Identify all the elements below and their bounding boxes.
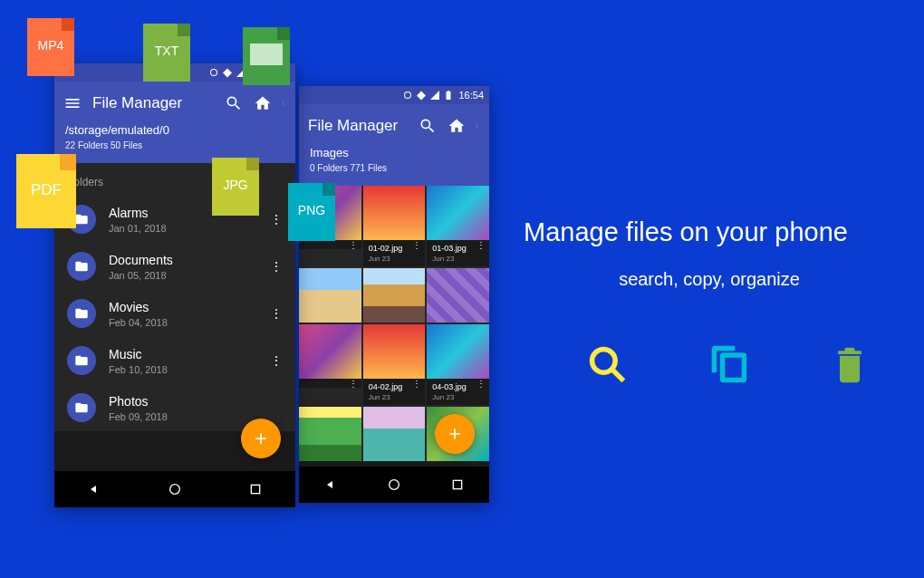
search-icon[interactable] — [419, 117, 437, 135]
folder-list: Folders AlarmsJan 01, 2018 ⋮ DocumentsJa… — [54, 163, 295, 431]
recents-button[interactable] — [248, 482, 263, 496]
svg-point-10 — [170, 485, 180, 495]
folder-name: Photos — [109, 394, 283, 409]
svg-point-0 — [592, 350, 616, 373]
back-button[interactable] — [87, 482, 101, 496]
search-icon — [587, 344, 627, 384]
svg-point-4 — [476, 127, 477, 128]
file-badge-pdf: PDF — [16, 154, 76, 228]
svg-rect-6 — [453, 480, 461, 488]
file-badge-jpg: JPG — [212, 158, 259, 216]
app-title: File Manager — [308, 117, 408, 135]
more-icon[interactable] — [283, 94, 286, 112]
folder-icon — [67, 252, 96, 281]
folder-date: Feb 10, 2018 — [109, 364, 257, 375]
more-icon[interactable]: ⋮ — [270, 217, 283, 221]
image-item[interactable]: ⋮01-03.jpgJun 23 — [427, 186, 489, 266]
app-title: File Manager — [92, 94, 214, 112]
svg-point-5 — [390, 480, 399, 490]
folder-row[interactable]: MoviesFeb 04, 2018 ⋮ — [54, 290, 295, 337]
home-icon[interactable] — [448, 117, 466, 135]
signal-icon — [429, 90, 440, 101]
breadcrumb[interactable]: Images — [308, 140, 480, 161]
wifi-icon — [222, 67, 233, 78]
more-icon[interactable]: ⋮ — [476, 382, 486, 385]
folder-name: Music — [109, 347, 257, 361]
wifi-icon — [416, 90, 427, 101]
svg-point-2 — [476, 125, 477, 126]
image-item[interactable]: ⋮04-02.jpgJun 23 — [363, 324, 426, 405]
battery-icon — [443, 90, 454, 101]
recents-button[interactable] — [450, 477, 465, 492]
image-item[interactable] — [363, 268, 426, 323]
more-icon[interactable]: ⋮ — [412, 244, 421, 246]
image-item[interactable]: ⋮ — [299, 324, 361, 405]
folder-date: Jan 01, 2018 — [109, 223, 257, 234]
android-nav-bar — [299, 467, 489, 503]
back-button[interactable] — [323, 477, 338, 492]
app-bar: File Manager Images 0 Folders 771 Files — [299, 104, 489, 186]
alarm-icon — [402, 90, 413, 101]
phone-preview-grid: 16:54 File Manager Images 0 Folders 771 … — [299, 86, 489, 503]
fab-add-button[interactable] — [435, 414, 475, 454]
svg-point-8 — [283, 103, 284, 104]
alarm-icon — [208, 67, 219, 78]
folder-name: Movies — [109, 300, 257, 314]
more-icon[interactable] — [476, 117, 480, 135]
svg-point-3 — [476, 126, 477, 127]
svg-line-1 — [612, 370, 624, 381]
app-bar: File Manager /storage/emulated/0 22 Fold… — [54, 82, 295, 163]
file-badge-png: PNG — [288, 183, 335, 241]
home-icon[interactable] — [254, 94, 272, 112]
action-icons-row — [587, 344, 870, 384]
phone-preview-list: 16:54 File Manager /storage/emulated/0 2… — [54, 63, 295, 507]
file-badge-txt: TXT — [143, 24, 190, 82]
folder-stats: 22 Folders 50 Files — [63, 139, 286, 156]
hero-title: Manage files on your phone — [524, 217, 895, 247]
image-item[interactable] — [363, 407, 426, 461]
image-item[interactable]: ⋮04-03.jpgJun 23 — [427, 324, 489, 405]
folder-stats: 0 Folders 771 Files — [308, 161, 480, 178]
home-button[interactable] — [387, 477, 401, 492]
breadcrumb[interactable]: /storage/emulated/0 — [63, 118, 286, 139]
more-icon[interactable]: ⋮ — [270, 359, 283, 362]
image-item[interactable] — [299, 407, 361, 461]
more-icon[interactable]: ⋮ — [270, 312, 283, 315]
folder-row[interactable]: DocumentsJan 05, 2018 ⋮ — [54, 243, 295, 290]
hero-subtitle: search, copy, organize — [524, 269, 895, 290]
more-icon[interactable]: ⋮ — [270, 265, 283, 268]
fab-add-button[interactable] — [241, 419, 281, 458]
folder-row[interactable]: MusicFeb 10, 2018 ⋮ — [54, 337, 295, 384]
folder-name: Documents — [109, 253, 257, 267]
folder-icon — [67, 346, 96, 375]
copy-icon — [708, 344, 748, 384]
folder-icon — [67, 299, 96, 328]
folder-date: Feb 04, 2018 — [109, 317, 257, 328]
more-icon[interactable]: ⋮ — [476, 244, 486, 246]
more-icon[interactable]: ⋮ — [349, 382, 358, 385]
folder-row[interactable]: AlarmsJan 01, 2018 ⋮ — [54, 196, 295, 243]
image-item[interactable]: ⋮01-02.jpgJun 23 — [363, 186, 426, 266]
search-icon[interactable] — [225, 94, 243, 112]
menu-icon[interactable] — [63, 94, 82, 112]
image-item[interactable] — [427, 268, 489, 323]
android-nav-bar — [54, 471, 295, 507]
folder-date: Jan 05, 2018 — [109, 270, 257, 281]
image-item[interactable] — [299, 268, 361, 323]
section-header: Folders — [54, 163, 295, 196]
file-badge-spreadsheet — [243, 27, 290, 85]
status-bar: 16:54 — [299, 86, 489, 104]
home-button[interactable] — [168, 482, 182, 496]
more-icon[interactable]: ⋮ — [412, 382, 421, 385]
svg-rect-11 — [251, 485, 259, 493]
status-time: 16:54 — [458, 90, 484, 101]
file-badge-mp4: MP4 — [27, 18, 74, 76]
folder-icon — [67, 393, 96, 422]
svg-point-7 — [283, 102, 284, 103]
delete-icon — [830, 344, 870, 384]
svg-point-9 — [283, 104, 284, 105]
more-icon[interactable]: ⋮ — [349, 244, 358, 246]
